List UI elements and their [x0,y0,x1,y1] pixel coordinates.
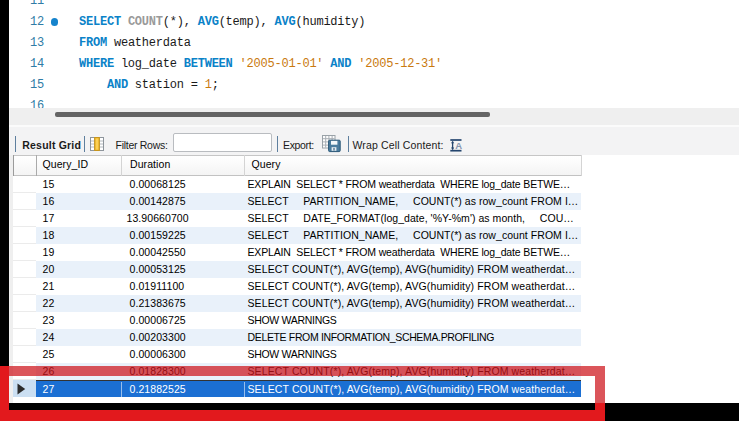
svg-text:A: A [455,139,462,150]
